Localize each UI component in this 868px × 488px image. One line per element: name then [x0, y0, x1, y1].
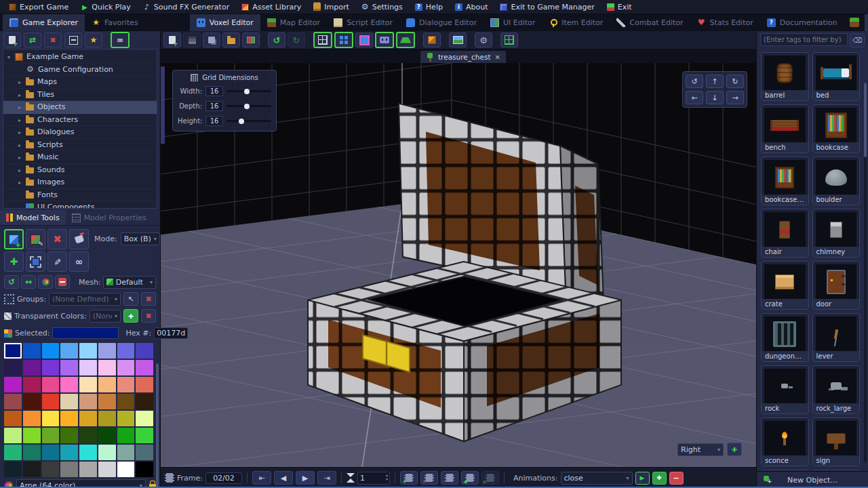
palette-swatch[interactable]	[23, 394, 41, 409]
open-model-tab[interactable]: treasure_chest ✕	[420, 51, 506, 63]
palette-swatch[interactable]	[117, 377, 135, 392]
model-small-tool-button[interactable]	[55, 275, 70, 289]
palette-swatch[interactable]	[98, 343, 116, 359]
voxel-toolbar-button[interactable]	[500, 33, 518, 47]
palette-swatch[interactable]	[42, 428, 60, 443]
mesh-select[interactable]: Default	[103, 276, 156, 289]
library-item[interactable]: barrel	[761, 52, 809, 101]
transport-button[interactable]	[296, 471, 315, 485]
camera-nav-button[interactable]	[706, 91, 724, 104]
library-item[interactable]: bookcase_small	[761, 157, 809, 205]
view-direction-select[interactable]: Right	[677, 443, 724, 456]
lock-palette-icon[interactable]	[149, 484, 156, 488]
new-object-button[interactable]: New Object...	[757, 471, 868, 488]
tree-item[interactable]: Images	[3, 176, 157, 189]
expand-arrow-icon[interactable]	[17, 115, 22, 124]
slider-thumb[interactable]	[244, 104, 250, 109]
palette-swatch[interactable]	[4, 445, 22, 460]
palette-swatch[interactable]	[98, 428, 116, 443]
center-view-button[interactable]	[727, 443, 742, 456]
palette-swatch[interactable]	[79, 343, 97, 359]
editor-tab[interactable]: Voxel Editor	[190, 14, 260, 31]
palette-swatch[interactable]	[60, 394, 78, 409]
mode-select[interactable]: Box (B)	[121, 232, 160, 245]
menu-item[interactable]: Import	[307, 0, 355, 14]
model-tool-button[interactable]	[4, 251, 24, 272]
tree-item[interactable]: Objects	[3, 101, 157, 114]
model-tool-button[interactable]	[69, 251, 89, 272]
model-tool-button[interactable]	[69, 229, 89, 249]
palette-swatch[interactable]	[42, 377, 60, 392]
dimension-value[interactable]: 16	[205, 116, 223, 126]
palette-swatch[interactable]	[136, 377, 153, 392]
palette-swatch[interactable]	[117, 343, 135, 359]
editor-tab[interactable]: Combat Editor	[610, 14, 690, 31]
tree-item[interactable]: Characters	[3, 114, 157, 127]
editor-tab[interactable]: Item Editor	[542, 14, 610, 31]
palette-swatch[interactable]	[23, 411, 41, 426]
library-item[interactable]: boulder	[812, 157, 861, 205]
play-animation-button[interactable]	[635, 472, 650, 485]
stepper-arrows[interactable]: ▴▾	[386, 473, 388, 481]
library-scrollbar[interactable]	[864, 83, 867, 462]
palette-swatch[interactable]	[42, 343, 60, 359]
camera-nav-button[interactable]	[686, 75, 703, 88]
explorer-toolbar-button[interactable]	[64, 33, 82, 47]
library-item[interactable]: chimney	[812, 209, 861, 258]
model-tool-button[interactable]	[26, 229, 45, 249]
frame-op-button[interactable]	[481, 471, 499, 485]
menu-item[interactable]: About	[449, 0, 494, 14]
model-small-tool-button[interactable]	[38, 275, 53, 289]
explorer-tab[interactable]: Favorites	[85, 14, 145, 31]
editor-tab[interactable]: Documentation	[760, 14, 844, 31]
transparent-colors-select[interactable]: (None)	[90, 310, 121, 323]
camera-nav-button[interactable]	[726, 91, 744, 104]
palette-swatch[interactable]	[4, 394, 22, 409]
library-category-tab[interactable]	[844, 14, 865, 31]
editor-tab[interactable]: Stats Editor	[690, 14, 760, 31]
palette-swatch[interactable]	[23, 445, 41, 460]
palette-swatch[interactable]	[23, 462, 41, 477]
palette-swatch[interactable]	[98, 462, 116, 477]
palette-swatch[interactable]	[4, 343, 22, 359]
dimension-value[interactable]: 16	[205, 86, 223, 96]
tree-item[interactable]: Game Configuration	[3, 64, 157, 77]
palette-swatch[interactable]	[60, 377, 78, 392]
library-item[interactable]: bed	[812, 52, 861, 101]
palette-swatch[interactable]	[117, 394, 135, 409]
model-tool-button[interactable]	[47, 251, 67, 272]
tree-item[interactable]: UI Components	[3, 201, 157, 209]
frame-op-button[interactable]	[400, 471, 418, 485]
palette-swatch[interactable]	[42, 462, 60, 477]
model-tool-button[interactable]	[26, 251, 45, 272]
clear-filter-button[interactable]	[850, 33, 865, 47]
library-item[interactable]: lever	[812, 313, 861, 362]
palette-swatch[interactable]	[23, 428, 41, 443]
camera-nav-button[interactable]	[706, 75, 724, 88]
voxel-toolbar-button[interactable]	[288, 33, 305, 47]
library-item[interactable]: crate	[761, 261, 809, 310]
model-panel-tab[interactable]: Model Tools	[0, 210, 66, 225]
delete-group-button[interactable]	[141, 292, 156, 306]
groups-select[interactable]: (None Defined)	[49, 293, 121, 306]
explorer-toolbar-button[interactable]	[3, 33, 21, 47]
hex-input[interactable]: 00177d	[154, 327, 188, 339]
palette-scrollbar[interactable]	[156, 363, 159, 488]
palette-swatch[interactable]	[42, 394, 60, 409]
tree-item[interactable]: Sounds	[3, 164, 157, 177]
tree-item[interactable]: Dialogues	[3, 126, 157, 139]
editor-tab[interactable]: UI Editor	[484, 14, 542, 31]
palette-swatch[interactable]	[136, 360, 153, 375]
palette-swatch[interactable]	[79, 377, 97, 392]
library-item[interactable]: door	[812, 261, 861, 310]
frame-op-button[interactable]	[420, 471, 438, 485]
expand-arrow-icon[interactable]	[17, 77, 22, 86]
palette-swatch[interactable]	[23, 360, 41, 375]
camera-nav-button[interactable]	[686, 91, 703, 104]
palette-swatch[interactable]	[79, 445, 97, 460]
menu-item[interactable]: Asset Library	[235, 0, 307, 14]
tree-item[interactable]: Scripts	[3, 139, 157, 152]
palette-swatch[interactable]	[136, 428, 153, 443]
menu-item[interactable]: Quick Play	[75, 0, 137, 14]
selected-color-swatch[interactable]	[52, 327, 119, 339]
